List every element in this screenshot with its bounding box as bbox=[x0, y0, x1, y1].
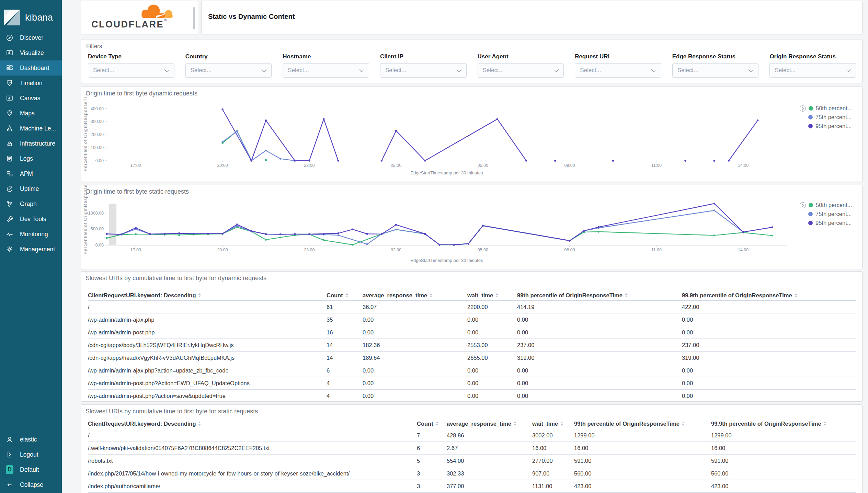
cell-value: 0.00 bbox=[467, 367, 517, 374]
cell-uri: /wp-admin/admin-ajax.php bbox=[88, 317, 327, 323]
filter-label: Origin Response Status bbox=[769, 53, 856, 60]
cell-uri: /index.php/2017/05/14/how-i-owned-my-mot… bbox=[88, 470, 417, 477]
chevron-down-icon bbox=[456, 67, 461, 72]
column-header-99th-percentile-of-originresponsetime[interactable]: 99th percentile of OriginResponseTime bbox=[517, 292, 682, 299]
x-tick-label: 11:00 bbox=[651, 248, 662, 252]
sidebar-item-default[interactable]: DDefault bbox=[0, 462, 62, 477]
data-point bbox=[381, 233, 382, 235]
sidebar-item-logs[interactable]: Logs bbox=[0, 151, 62, 166]
sidebar-item-machine-le[interactable]: Machine Le... bbox=[0, 121, 62, 136]
logout-icon bbox=[6, 451, 13, 458]
chart-plot-area[interactable]: 0.00500.001000.0017:0020:0023:0002:0005:… bbox=[81, 185, 861, 258]
data-point bbox=[424, 233, 426, 235]
legend-color-dot bbox=[808, 124, 813, 128]
data-point bbox=[221, 108, 223, 110]
column-header-clientrequesturi-keyword-descending[interactable]: ClientRequestURI.keyword: Descending bbox=[88, 421, 417, 427]
data-point bbox=[771, 226, 773, 228]
filter-select-device-type[interactable]: Select... bbox=[88, 63, 174, 78]
legend-item-75th-percent[interactable]: 75th percent... bbox=[800, 210, 852, 218]
filter-select-hostname[interactable]: Select... bbox=[283, 63, 369, 78]
column-header-99-9th-percentile-of-originresponsetime[interactable]: 99.9th percentile of OriginResponseTime bbox=[711, 421, 856, 427]
cell-value: 319.00 bbox=[517, 355, 682, 361]
y-tick-label: 200.00 bbox=[91, 132, 104, 137]
space-default-badge: D bbox=[6, 465, 13, 474]
data-point bbox=[323, 233, 324, 234]
sidebar-item-label: Timelion bbox=[20, 80, 42, 87]
sidebar-item-elastic[interactable]: elastic bbox=[0, 432, 62, 447]
data-point bbox=[323, 118, 324, 120]
sidebar-item-label: Management bbox=[20, 246, 55, 253]
cell-value: 2553.00 bbox=[467, 342, 517, 348]
column-header-label: 99.9th percentile of OriginResponseTime bbox=[682, 292, 792, 299]
data-point bbox=[178, 232, 180, 234]
table-row: /wp-admin/admin-ajax.php350.000.000.000.… bbox=[88, 313, 856, 326]
filter-select-request-uri[interactable]: Select... bbox=[575, 63, 661, 78]
column-header-average-response-time[interactable]: average_response_time bbox=[363, 292, 467, 299]
select-placeholder: Select... bbox=[775, 67, 796, 74]
sidebar-item-dev-tools[interactable]: Dev Tools bbox=[0, 211, 62, 227]
data-point bbox=[482, 225, 484, 227]
filter-device-type: Device TypeSelect... bbox=[88, 53, 174, 78]
sidebar-item-graph[interactable]: Graph bbox=[0, 196, 62, 211]
legend-item-75th-percent[interactable]: 75th percent... bbox=[800, 114, 852, 121]
filter-label: Hostname bbox=[283, 53, 369, 60]
table-row: /wp-admin/admin-post.php?action=save&upd… bbox=[88, 390, 856, 402]
sidebar-item-timelion[interactable]: Timelion bbox=[0, 76, 62, 91]
kibana-logo[interactable]: kibana bbox=[0, 0, 62, 30]
sidebar-item-logout[interactable]: Logout bbox=[0, 447, 62, 462]
sidebar-item-collapse[interactable]: Collapse bbox=[0, 477, 62, 492]
column-header-wait-time[interactable]: wait_time bbox=[532, 421, 574, 427]
legend-toggle-chevron-icon[interactable]: ❯ bbox=[800, 105, 806, 112]
column-header-clientrequesturi-keyword-descending[interactable]: ClientRequestURI.keyword: Descending bbox=[88, 292, 327, 299]
data-point bbox=[323, 239, 324, 241]
column-header-count[interactable]: Count bbox=[417, 421, 447, 427]
cell-value: 0.00 bbox=[363, 367, 467, 374]
cell-uri: / bbox=[88, 432, 417, 439]
sidebar-item-canvas[interactable]: Canvas bbox=[0, 91, 62, 106]
sidebar-item-apm[interactable]: APM bbox=[0, 166, 62, 181]
data-point bbox=[467, 243, 469, 244]
legend-toggle-chevron-icon[interactable]: ❯ bbox=[800, 202, 806, 208]
column-header-99-9th-percentile-of-originresponsetime[interactable]: 99.9th percentile of OriginResponseTime bbox=[682, 292, 856, 299]
legend-item-50th-percent[interactable]: ❯50th percent... bbox=[800, 105, 852, 112]
heartbeat-icon bbox=[6, 230, 13, 238]
column-header-average-response-time[interactable]: average_response_time bbox=[447, 421, 532, 427]
sidebar-item-infrastructure[interactable]: Infrastructure bbox=[0, 136, 62, 151]
series-line-95th-percentile bbox=[729, 121, 757, 161]
sidebar-item-visualize[interactable]: Visualize bbox=[0, 45, 62, 60]
data-point bbox=[265, 239, 267, 240]
filter-select-origin-response-status[interactable]: Select... bbox=[769, 63, 856, 78]
wrench-icon bbox=[6, 215, 13, 223]
sidebar-item-dashboard[interactable]: Dashboard bbox=[0, 60, 62, 76]
cell-value: 14 bbox=[327, 355, 363, 361]
cell-value: 61 bbox=[327, 304, 363, 310]
cell-value: 560.00 bbox=[574, 470, 711, 477]
legend-item-50th-percent[interactable]: ❯50th percent... bbox=[800, 202, 852, 209]
sort-icon bbox=[430, 293, 432, 297]
cell-value: 16.00 bbox=[574, 445, 711, 451]
table-row: /cdn-cgi/apps/head/xVgyKhR-vV3dAUGhMqfBc… bbox=[88, 352, 856, 364]
panel-scrollbar-thumb[interactable] bbox=[193, 7, 195, 29]
filter-select-user-agent[interactable]: Select... bbox=[478, 63, 564, 78]
sidebar-item-monitoring[interactable]: Monitoring bbox=[0, 227, 62, 242]
filter-label: Country bbox=[185, 53, 272, 60]
filter-select-edge-response-status[interactable]: Select... bbox=[672, 63, 759, 78]
sidebar-item-management[interactable]: Management bbox=[0, 242, 62, 257]
y-tick-label: 0.00 bbox=[95, 243, 104, 248]
sidebar-item-maps[interactable]: Maps bbox=[0, 106, 62, 121]
column-header-count[interactable]: Count bbox=[327, 292, 363, 299]
data-point bbox=[164, 233, 165, 234]
filter-select-country[interactable]: Select... bbox=[185, 63, 272, 78]
series-line-50th-percentile bbox=[107, 226, 772, 245]
legend-label: 50th percent... bbox=[816, 202, 852, 208]
sidebar-item-discover[interactable]: Discover bbox=[0, 30, 62, 45]
cell-value: 0.00 bbox=[682, 367, 856, 374]
filter-select-client-ip[interactable]: Select... bbox=[380, 63, 467, 78]
column-header-99th-percentile-of-originresponsetime[interactable]: 99th percentile of OriginResponseTime bbox=[574, 421, 711, 427]
sidebar-item-uptime[interactable]: Uptime bbox=[0, 181, 62, 196]
legend-item-95th-percent[interactable]: 95th percent... bbox=[800, 219, 852, 227]
select-placeholder: Select... bbox=[483, 67, 504, 74]
legend-item-95th-percent[interactable]: 95th percent... bbox=[800, 123, 852, 130]
column-header-wait-time[interactable]: wait_time bbox=[467, 292, 517, 299]
chart-plot-area[interactable]: 0.00100.00200.00300.00400.0017:0020:0023… bbox=[81, 87, 861, 173]
